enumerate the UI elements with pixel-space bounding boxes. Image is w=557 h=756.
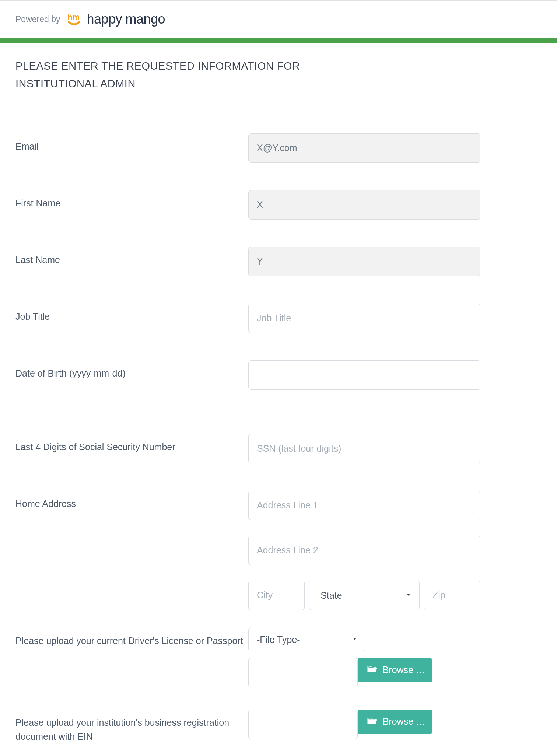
powered-by-label: Powered by [15, 14, 60, 24]
first-name-label: First Name [15, 198, 60, 208]
dob-input[interactable] [248, 360, 480, 390]
browse-label: Browse … [383, 716, 425, 727]
id-browse-button[interactable]: Browse … [358, 658, 432, 682]
first-name-input [248, 190, 480, 220]
green-divider [0, 38, 557, 43]
biz-upload-label: Please upload your institution's busines… [15, 717, 229, 742]
id-upload-label: Please upload your current Driver's Lice… [15, 636, 243, 646]
email-label: Email [15, 141, 39, 151]
page-content: PLEASE ENTER THE REQUESTED INFORMATION F… [0, 43, 557, 756]
folder-open-icon [367, 664, 378, 677]
ssn-label: Last 4 Digits of Social Security Number [15, 442, 175, 452]
header: Powered by hm happy mango [0, 1, 557, 38]
ssn-input[interactable] [248, 434, 480, 463]
file-type-select[interactable]: -File Type- [248, 628, 365, 651]
biz-file-path[interactable] [248, 710, 358, 739]
address-line1-input[interactable] [248, 491, 480, 520]
email-input [248, 133, 480, 163]
zip-input[interactable] [424, 581, 480, 610]
brand-text: happy mango [87, 11, 165, 27]
job-title-label: Job Title [15, 311, 50, 322]
last-name-input [248, 247, 480, 276]
state-select[interactable]: -State- [309, 581, 420, 610]
brand-logo: hm happy mango [66, 11, 165, 27]
page-title: PLEASE ENTER THE REQUESTED INFORMATION F… [15, 57, 347, 93]
svg-text:hm: hm [67, 13, 80, 22]
address-line2-input[interactable] [248, 536, 480, 565]
city-input[interactable] [248, 581, 305, 610]
admin-form: Email First Name Last Name Job T [15, 133, 542, 756]
dob-label: Date of Birth (yyyy-mm-dd) [15, 368, 126, 378]
happy-mango-icon: hm [66, 11, 82, 27]
last-name-label: Last Name [15, 255, 60, 265]
address-label: Home Address [15, 498, 76, 509]
biz-browse-button[interactable]: Browse … [358, 710, 432, 734]
id-file-path[interactable] [248, 658, 358, 687]
browse-label: Browse … [383, 665, 425, 675]
job-title-input[interactable] [248, 304, 480, 333]
folder-open-icon [367, 715, 378, 728]
